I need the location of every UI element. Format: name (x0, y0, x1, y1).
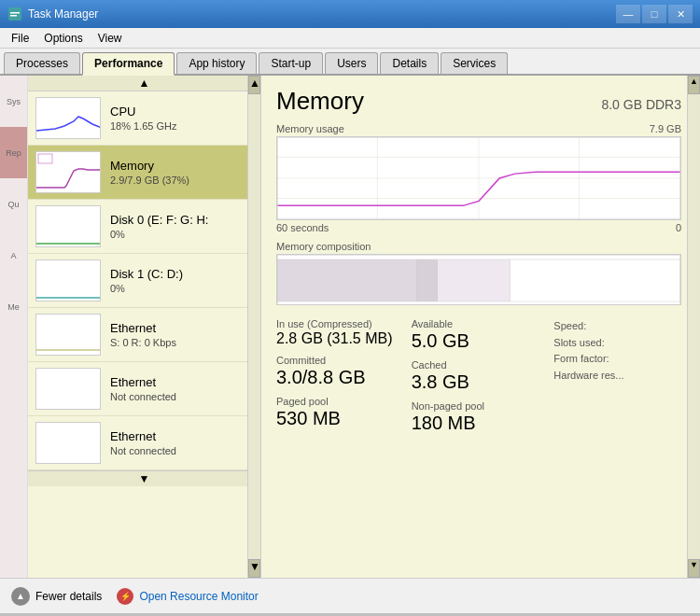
cpu-thumb (35, 97, 101, 139)
minimize-button[interactable]: — (616, 5, 640, 23)
stats-section: In use (Compressed) 2.8 GB (31.5 MB) Com… (276, 315, 681, 438)
available-value: 5.0 GB (412, 329, 547, 352)
ethernet2-thumb (35, 368, 101, 410)
sidebar-scrollbar[interactable]: ▲ ▼ (247, 76, 260, 578)
sidebar-item-ethernet3[interactable]: Ethernet Not connected (28, 416, 260, 470)
nonpaged-value: 180 MB (412, 412, 547, 434)
memory-header: Memory 8.0 GB DDR3 (276, 87, 681, 116)
menu-view[interactable]: View (91, 30, 130, 47)
svg-rect-23 (438, 259, 511, 301)
stat-committed: Committed 3.0/8.8 GB (276, 351, 412, 392)
close-button[interactable]: ✕ (668, 5, 693, 23)
tab-details[interactable]: Details (380, 52, 439, 74)
cached-label: Cached (412, 359, 547, 371)
stats-col2: Available 5.0 GB Cached 3.8 GB Non-paged… (412, 315, 547, 438)
tab-services[interactable]: Services (441, 52, 508, 74)
cached-value: 3.8 GB (412, 371, 547, 393)
right-scrollbar[interactable]: ▲ ▼ (687, 76, 700, 578)
svg-rect-21 (277, 259, 417, 301)
speed-label: Speed: (553, 318, 681, 335)
usage-label: Memory usage (276, 123, 344, 134)
usage-value: 7.9 GB (650, 123, 681, 134)
window-title: Task Manager (28, 7, 616, 21)
committed-label: Committed (276, 355, 412, 366)
svg-rect-0 (8, 7, 21, 21)
tabs-bar: Processes Performance App history Start-… (0, 49, 700, 76)
tab-apphistory[interactable]: App history (176, 52, 257, 74)
sidebar-item-cpu[interactable]: CPU 18% 1.65 GHz (28, 91, 260, 146)
cpu-detail: 18% 1.65 GHz (110, 120, 253, 132)
sidebar-scroll-down[interactable]: ▼ (28, 470, 260, 486)
svg-rect-1 (10, 12, 20, 14)
memory-detail: 2.9/7.9 GB (37%) (110, 175, 253, 186)
maximize-button[interactable]: □ (642, 5, 666, 23)
nonpaged-label: Non-paged pool (412, 400, 547, 412)
scrollbar-thumb-down[interactable]: ▼ (248, 559, 260, 578)
sidebar-item-ethernet2[interactable]: Ethernet Not connected (28, 362, 260, 416)
hardware-label: Hardware res... (553, 368, 681, 385)
sidebar: Sys Rep Qu A Me ▲ CPU 18% 1.65 GHz (0, 76, 261, 578)
tab-processes[interactable]: Processes (4, 52, 80, 74)
fewer-details-button[interactable]: ▲ Fewer details (11, 587, 102, 606)
svg-rect-3 (36, 98, 101, 139)
stat-cached: Cached 3.8 GB (412, 356, 547, 397)
tab-performance[interactable]: Performance (82, 52, 175, 76)
committed-value: 3.0/8.8 GB (276, 366, 412, 388)
sidebar-item-disk0[interactable]: Disk 0 (E: F: G: H: 0% (28, 200, 260, 254)
scrollbar-thumb-up[interactable]: ▲ (248, 76, 260, 94)
menu-bar: File Options View (0, 28, 700, 49)
main-content: Sys Rep Qu A Me ▲ CPU 18% 1.65 GHz (0, 76, 700, 578)
disk0-detail: 0% (110, 229, 253, 240)
right-scroll-up[interactable]: ▲ (688, 76, 700, 94)
inuse-label: In use (Compressed) (276, 318, 412, 329)
open-resource-monitor-link[interactable]: ⚡ Open Resource Monitor (117, 588, 258, 605)
sidebar-item-memory[interactable]: Memory 2.9/7.9 GB (37%) (28, 146, 260, 200)
chart-label-row: Memory usage 7.9 GB (276, 123, 681, 134)
svg-rect-8 (36, 260, 101, 301)
stats-col3: Speed: Slots used: Form factor: Hardware… (546, 315, 681, 438)
right-scroll-down[interactable]: ▼ (688, 559, 700, 578)
ethernet1-thumb (35, 314, 101, 356)
ethernet2-name: Ethernet (110, 375, 253, 389)
stat-inuse: In use (Compressed) 2.8 GB (31.5 MB) (276, 315, 412, 351)
resource-monitor-icon: ⚡ (117, 588, 133, 605)
title-bar: Task Manager — □ ✕ (0, 0, 700, 28)
usage-chart (276, 136, 681, 220)
ethernet3-label: Ethernet Not connected (110, 429, 253, 456)
composition-chart (276, 254, 681, 305)
cpu-label: CPU 18% 1.65 GHz (110, 105, 253, 132)
menu-file[interactable]: File (4, 30, 36, 47)
chart-time-row: 60 seconds 0 (276, 222, 681, 233)
slots-label: Slots used: (553, 335, 681, 352)
tab-users[interactable]: Users (325, 52, 378, 74)
menu-options[interactable]: Options (36, 30, 90, 47)
stat-available: Available 5.0 GB (412, 315, 547, 356)
disk1-detail: 0% (110, 283, 253, 294)
svg-rect-9 (36, 315, 101, 356)
disk0-label: Disk 0 (E: F: G: H: 0% (110, 213, 253, 240)
open-resource-monitor-label: Open Resource Monitor (139, 590, 258, 603)
tab-startup[interactable]: Start-up (259, 52, 323, 74)
memory-name: Memory (110, 159, 253, 173)
composition-section: Memory composition (276, 241, 681, 305)
partial-left-panel: Sys Rep Qu A Me (0, 76, 28, 578)
sidebar-scroll-up[interactable]: ▲ (28, 76, 260, 91)
available-label: Available (412, 318, 547, 329)
app-icon (7, 7, 22, 21)
time-left: 60 seconds (276, 222, 329, 233)
disk1-label: Disk 1 (C: D:) 0% (110, 267, 253, 294)
sidebar-item-disk1[interactable]: Disk 1 (C: D:) 0% (28, 254, 260, 308)
sidebar-item-ethernet1[interactable]: Ethernet S: 0 R: 0 Kbps (28, 308, 260, 362)
stat-speed: Speed: Slots used: Form factor: Hardware… (553, 315, 681, 387)
fewer-details-label: Fewer details (35, 590, 102, 603)
ethernet2-label: Ethernet Not connected (110, 375, 253, 402)
svg-rect-11 (36, 423, 101, 464)
right-panel: Memory 8.0 GB DDR3 Memory usage 7.9 GB (261, 76, 700, 578)
memory-spec: 8.0 GB DDR3 (601, 97, 681, 112)
window-controls: — □ ✕ (616, 5, 693, 23)
svg-rect-22 (417, 259, 438, 301)
memory-thumb (35, 151, 101, 193)
composition-label: Memory composition (276, 241, 681, 252)
ethernet1-label: Ethernet S: 0 R: 0 Kbps (110, 321, 253, 348)
svg-rect-24 (510, 259, 680, 301)
